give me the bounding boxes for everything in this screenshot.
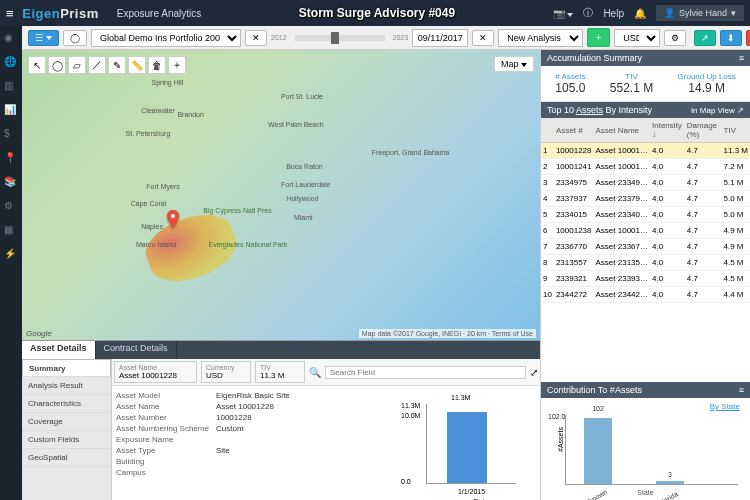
- col-assetname[interactable]: Asset Name: [594, 118, 650, 143]
- dashboard-icon[interactable]: ◉: [4, 32, 18, 46]
- map-type-toggle[interactable]: Map: [494, 56, 534, 72]
- acc-gul-value: 14.9 M: [678, 81, 736, 95]
- nav-summary[interactable]: Summary: [22, 359, 111, 377]
- app-logo: ≡ EigenPrism: [6, 6, 99, 21]
- det-currency: USD: [206, 371, 246, 380]
- acc-tiv-value: 552.1 M: [610, 81, 653, 95]
- acc-assets-label: # Assets: [555, 72, 585, 81]
- map-view-link[interactable]: In Map View: [691, 106, 735, 115]
- user-menu[interactable]: 👤 Sylvie Hand ▾: [656, 5, 744, 21]
- table-row[interactable]: 72336770Asset 23367…4.04.74.9 M: [541, 239, 750, 255]
- col-damage[interactable]: Damage (%): [685, 118, 722, 143]
- contrib-chart: #Assets 102.0 102 3 Unknown Florida: [565, 415, 738, 485]
- table-row[interactable]: 82313557Asset 23135…4.04.74.5 M: [541, 255, 750, 271]
- col-tiv[interactable]: TIV: [722, 118, 750, 143]
- line-tool[interactable]: ／: [88, 56, 106, 74]
- date-max: 2023: [393, 34, 409, 41]
- page-title: Storm Surge Advisory #049: [201, 6, 552, 20]
- col-assetnum[interactable]: Asset #: [554, 118, 594, 143]
- table-row[interactable]: 52334015Asset 23340…4.04.75.0 M: [541, 207, 750, 223]
- map-pin-icon[interactable]: [167, 210, 179, 228]
- analysis-toolbar: ☰ ◯ Global Demo Ins Portfolio 200k ✕ 201…: [22, 26, 750, 50]
- bars-icon[interactable]: 📊: [4, 104, 18, 118]
- col-n[interactable]: [541, 118, 554, 143]
- table-row[interactable]: 42337937Asset 23379…4.04.75.0 M: [541, 191, 750, 207]
- contrib-by-link[interactable]: By State: [710, 402, 740, 411]
- section-title: Exposure Analytics: [117, 8, 202, 19]
- col-intensity[interactable]: Intensity ↓: [650, 118, 685, 143]
- alert-button[interactable]: ⚠: [746, 30, 750, 46]
- details-nav: Summary Analysis Result Characteristics …: [22, 359, 112, 500]
- table-row[interactable]: 32334975Asset 23349…4.04.75.1 M: [541, 175, 750, 191]
- tab-asset-details[interactable]: Asset Details: [22, 341, 96, 359]
- nav-coverage[interactable]: Coverage: [22, 413, 111, 431]
- globe-icon[interactable]: 🌐: [4, 56, 18, 70]
- svg-point-0: [171, 214, 175, 218]
- tab-contract-details[interactable]: Contract Details: [96, 341, 177, 359]
- acc-summary: # Assets105.0 TIV552.1 M Ground Up Loss1…: [541, 66, 750, 102]
- dot-button[interactable]: ◯: [63, 30, 87, 46]
- nav-custom-fields[interactable]: Custom Fields: [22, 431, 111, 449]
- map-credit: Google: [26, 329, 52, 338]
- currency-settings[interactable]: ⚙: [664, 30, 686, 46]
- nav-geospatial[interactable]: GeoSpatial: [22, 449, 111, 467]
- contrib-header: Contribution To #Assets ≡: [541, 382, 750, 398]
- date-slider[interactable]: [295, 35, 385, 41]
- table-row[interactable]: 92339321Asset 23393…4.04.74.5 M: [541, 271, 750, 287]
- export-button[interactable]: ⬇: [720, 30, 742, 46]
- marker-tool[interactable]: ✎: [108, 56, 126, 74]
- bell-icon[interactable]: 🔔: [634, 8, 646, 19]
- bolt-icon[interactable]: ⚡: [4, 248, 18, 262]
- panel-menu-icon[interactable]: ≡: [739, 385, 744, 395]
- trash-tool[interactable]: 🗑: [148, 56, 166, 74]
- location-icon[interactable]: 📍: [4, 152, 18, 166]
- nav-analysis-result[interactable]: Analysis Result: [22, 377, 111, 395]
- app-header: ≡ EigenPrism Exposure Analytics Storm Su…: [0, 0, 750, 26]
- pointer-tool[interactable]: ↖: [28, 56, 46, 74]
- table-row[interactable]: 210001241Asset 10001…4.04.77.2 M: [541, 159, 750, 175]
- grid-icon[interactable]: ▦: [4, 224, 18, 238]
- date-clear[interactable]: ✕: [472, 30, 494, 46]
- chart-icon[interactable]: ▥: [4, 80, 18, 94]
- asset-properties: Asset ModelEigenRisk Basic Site Asset Na…: [116, 390, 420, 500]
- circle-tool[interactable]: ◯: [48, 56, 66, 74]
- portfolio-clear[interactable]: ✕: [245, 30, 267, 46]
- map-view[interactable]: Spring Hill Clearwater Brandon St. Peter…: [22, 50, 540, 340]
- layers-icon[interactable]: 📚: [4, 176, 18, 190]
- det-tiv-chart: 11.3M 10.0M 0.0 11.3M 1/1/2015: [426, 404, 516, 484]
- table-row[interactable]: 610001238Asset 10001…4.04.74.9 M: [541, 223, 750, 239]
- zoom-tool[interactable]: ＋: [168, 56, 186, 74]
- table-row[interactable]: 110001228Asset 10001…4.04.711.3 M: [541, 143, 750, 159]
- search-field-input[interactable]: [325, 366, 526, 379]
- share-button[interactable]: ↗: [694, 30, 716, 46]
- currency-select[interactable]: USD: [614, 29, 660, 47]
- nav-characteristics[interactable]: Characteristics: [22, 395, 111, 413]
- acc-gul-label: Ground Up Loss: [678, 72, 736, 81]
- panel-menu-icon[interactable]: ≡: [739, 53, 744, 63]
- gear-icon[interactable]: ⚙: [4, 200, 18, 214]
- user-name: Sylvie Hand: [679, 8, 727, 18]
- map-attribution: Map data ©2017 Google, INEGI · 20 km · T…: [359, 329, 536, 338]
- analysis-select[interactable]: New Analysis: [498, 29, 583, 47]
- portfolio-select[interactable]: Global Demo Ins Portfolio 200k: [91, 29, 241, 47]
- table-row[interactable]: 102344272Asset 23442…4.04.74.4 M: [541, 287, 750, 303]
- ruler-tool[interactable]: 📏: [128, 56, 146, 74]
- date-input[interactable]: [412, 29, 468, 47]
- top10-header: Top 10 Assets By Intensity In Map View ↗: [541, 102, 750, 118]
- top10-table: Asset # Asset Name Intensity ↓ Damage (%…: [541, 118, 750, 382]
- polygon-tool[interactable]: ▱: [68, 56, 86, 74]
- info-icon[interactable]: ⓘ: [583, 6, 593, 20]
- nav-sidebar: ◉ 🌐 ▥ 📊 $ 📍 📚 ⚙ ▦ ⚡: [0, 26, 22, 500]
- hamburger-icon[interactable]: ≡: [6, 6, 14, 21]
- expand-icon[interactable]: ⤢: [530, 367, 538, 378]
- layers-button[interactable]: ☰: [28, 30, 59, 46]
- add-analysis-button[interactable]: ＋: [587, 28, 610, 47]
- det-asset-name: Asset 10001228: [119, 371, 192, 380]
- date-min: 2012: [271, 34, 287, 41]
- camera-icon[interactable]: 📷: [553, 8, 574, 19]
- help-link[interactable]: Help: [603, 8, 624, 19]
- bar-unknown: [584, 418, 612, 484]
- bar-florida: [656, 481, 684, 484]
- map-toolbar: ↖ ◯ ▱ ／ ✎ 📏 🗑 ＋: [28, 56, 186, 74]
- dollar-icon[interactable]: $: [4, 128, 18, 142]
